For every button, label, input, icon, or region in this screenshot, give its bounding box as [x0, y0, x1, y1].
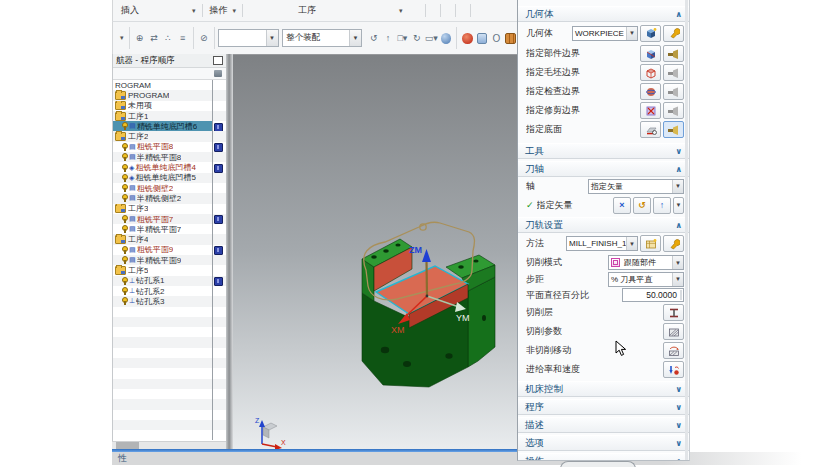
circle-icon[interactable]: O — [490, 33, 502, 44]
select-blank-boundary-button[interactable] — [640, 64, 661, 81]
highlight-blank-boundary-button[interactable] — [663, 64, 684, 81]
up-arrow-icon[interactable]: ↑ — [382, 33, 394, 43]
rotate-icon[interactable]: ↺ — [368, 33, 380, 43]
dialog-scrollbar[interactable] — [685, 0, 688, 460]
tree-row-cell[interactable]: ▤半精铣平面7 — [113, 224, 213, 234]
window-icon[interactable] — [477, 33, 488, 44]
chevron-down-icon[interactable]: ▾ — [231, 7, 239, 15]
chevron-down-icon[interactable]: ▾ — [118, 34, 126, 42]
tree-row-cell[interactable]: ▤粗铣侧壁2 — [113, 183, 213, 193]
edit-geometry-button[interactable] — [663, 25, 684, 42]
tree-row[interactable]: PROGRAM — [113, 90, 226, 100]
select-floor-button[interactable] — [640, 121, 661, 138]
redo-icon[interactable]: ↻ — [411, 33, 423, 43]
graphics-viewport[interactable]: ZM XM YM Z X — [233, 54, 517, 449]
tree-row[interactable]: ◈粗铣单纯底凹槽5 — [113, 173, 226, 183]
tree-row-cell[interactable]: ▤粗铣平面8 — [113, 142, 213, 152]
menu-icon[interactable]: ≡ — [176, 33, 188, 43]
tree-row[interactable]: ⊥钻孔系2 — [113, 286, 226, 296]
tree-row[interactable]: ▤粗铣侧壁2 — [113, 183, 226, 193]
link-icon[interactable]: ⊕ — [133, 33, 145, 43]
tree-row-cell[interactable]: 工序3 — [113, 204, 213, 214]
new-geometry-button[interactable] — [640, 25, 661, 42]
collapse-icon[interactable]: ∧ — [676, 457, 683, 462]
tree-row-cell[interactable]: ⊥钻孔系1 — [113, 276, 213, 286]
feeds-and-speeds-button[interactable] — [663, 361, 684, 378]
axis-combo[interactable]: 指定矢量 ▼ — [588, 179, 684, 194]
tree-row[interactable]: ▤半精铣平面8 — [113, 152, 226, 162]
tree-row[interactable]: 工序4 — [113, 234, 226, 244]
section-description[interactable]: 描述 ∨ — [518, 417, 689, 433]
cut-pattern-combo[interactable]: 跟随部件 ▼ — [608, 255, 684, 270]
undock-icon[interactable] — [213, 56, 223, 65]
section-path-settings[interactable]: 刀轨设置 ∧ — [518, 217, 689, 233]
chevron-down-icon[interactable]: ▼ — [349, 30, 361, 46]
marquee-icon[interactable]: ▭▾ — [425, 33, 438, 43]
snap-icon[interactable]: ∴ — [162, 33, 174, 43]
record-icon[interactable] — [462, 33, 472, 44]
tree-row[interactable]: ▤粗铣平面8 — [113, 142, 226, 152]
filter-icon[interactable]: ⊘ — [198, 33, 210, 43]
tree-row-cell[interactable]: 工序1 — [113, 111, 213, 121]
section-tool[interactable]: 工具 ∨ — [518, 143, 689, 159]
tree-row-cell[interactable]: 工序5 — [113, 265, 213, 275]
tree-row[interactable]: 工序3 — [113, 204, 226, 214]
highlight-check-boundary-button[interactable] — [663, 83, 684, 100]
expand-icon[interactable]: ∨ — [676, 385, 683, 394]
stepover-combo[interactable]: % 刀具平直 ▼ — [608, 272, 684, 287]
chevron-down-icon[interactable]: ▼ — [626, 27, 637, 40]
tree-row-cell[interactable]: ROGRAM — [113, 80, 213, 90]
tree-row[interactable]: 未用项 — [113, 101, 226, 111]
panel-divider[interactable] — [226, 54, 233, 449]
tree-row-cell[interactable]: PROGRAM — [113, 90, 213, 100]
chevron-down-icon[interactable]: ▾ — [190, 7, 198, 15]
tree-row-cell[interactable]: 未用项 — [113, 101, 213, 111]
select-check-boundary-button[interactable] — [640, 83, 661, 100]
tree-row[interactable]: ▤半精铣平面7 — [113, 224, 226, 234]
collapse-icon[interactable]: ∧ — [676, 10, 683, 19]
tree-row[interactable]: ▤粗铣平面7 — [113, 214, 226, 224]
geometry-combo[interactable]: WORKPIECE ▼ — [572, 26, 638, 41]
method-combo[interactable]: MILL_FINISH_1 ▼ — [566, 236, 638, 251]
sphere-icon[interactable] — [441, 33, 451, 44]
tree-row-cell[interactable]: ▤粗铣平面9 — [113, 245, 213, 255]
box-dropdown-icon[interactable]: □▾ — [396, 33, 408, 43]
tree-row-cell[interactable]: ▤半精铣平面9 — [113, 255, 213, 265]
expand-icon[interactable]: ∨ — [676, 421, 683, 430]
expand-icon[interactable]: ∨ — [676, 147, 683, 156]
edit-method-button[interactable] — [663, 235, 684, 252]
highlight-floor-button[interactable] — [663, 121, 684, 138]
tree-row-cell[interactable]: ▤粗铣平面7 — [113, 214, 213, 224]
section-machine-control[interactable]: 机床控制 ∨ — [518, 381, 689, 397]
chevron-down-icon[interactable]: ▼ — [626, 237, 637, 250]
cut-levels-button[interactable] — [663, 304, 684, 321]
menu-process[interactable]: 工序 — [295, 4, 319, 17]
highlight-part-boundary-button[interactable] — [663, 45, 684, 62]
tree-row-cell[interactable]: ▤半精铣侧壁2 — [113, 193, 213, 203]
collapse-icon[interactable]: ∧ — [676, 221, 683, 230]
highlight-trim-boundary-button[interactable] — [663, 102, 684, 119]
tree-row-cell[interactable]: ◈粗铣单纯底凹槽4 — [113, 162, 213, 172]
grid-icon[interactable] — [505, 33, 516, 44]
chevron-down-icon[interactable]: ▾ — [397, 7, 405, 15]
tree-row[interactable]: ⊥钻孔系1 — [113, 276, 226, 286]
section-options[interactable]: 选项 ∨ — [518, 435, 689, 451]
vector-dialog-button[interactable]: ↺ — [633, 197, 651, 214]
collapse-icon[interactable]: ∧ — [676, 165, 683, 174]
tree-row[interactable]: ROGRAM — [113, 80, 226, 90]
section-tool-axis[interactable]: 刀轴 ∧ — [518, 161, 689, 177]
tree-row[interactable]: ▤半精铣平面9 — [113, 255, 226, 265]
inferred-vector-button[interactable]: ↑ — [653, 197, 671, 214]
vector-options-button[interactable]: ▼ — [673, 197, 684, 214]
tree-row-cell[interactable]: ▤半精铣平面8 — [113, 152, 213, 162]
tree-row[interactable]: 工序2 — [113, 131, 226, 141]
selection-filter-combo[interactable]: ▼ — [218, 29, 279, 47]
expand-icon[interactable]: ∨ — [676, 403, 683, 412]
tree-row-cell[interactable]: ⊥钻孔系2 — [113, 286, 213, 296]
chevron-down-icon[interactable]: ▼ — [266, 30, 278, 46]
tree-row-cell[interactable]: ◈粗铣单纯底凹槽5 — [113, 173, 213, 183]
chevron-down-icon[interactable]: ▼ — [672, 180, 683, 193]
expand-icon[interactable]: ∨ — [676, 439, 683, 448]
swap-icon[interactable]: ⇄ — [148, 33, 160, 43]
menu-insert[interactable]: 插入 — [118, 4, 142, 17]
